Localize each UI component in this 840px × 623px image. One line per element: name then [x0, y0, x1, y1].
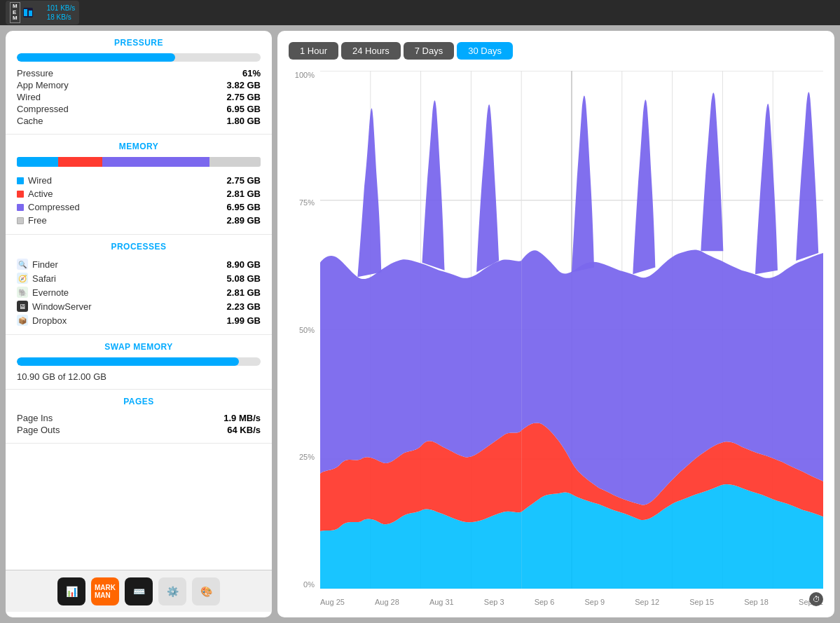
chart-content: Aug 25 Aug 28 Aug 31 Sep 3 Sep 6 Sep 9 S…: [320, 71, 823, 606]
process-evernote-name: 🐘 Evernote: [17, 287, 69, 298]
pages-section: PAGES Page Ins 1.9 MB/s Page Outs 64 KB/…: [6, 390, 272, 444]
legend-active: Active 2.81 GB: [17, 187, 261, 200]
pressure-label-1: App Memory: [17, 80, 69, 90]
active-dot: [17, 191, 24, 198]
windowserver-value: 2.23 GB: [227, 301, 261, 312]
mem-bars-icon: [23, 8, 44, 18]
legend-active-label: Active: [17, 189, 53, 199]
pressure-value-0: 61%: [242, 68, 261, 78]
legend-compressed-label: Compressed: [17, 202, 80, 212]
safari-icon: 🧭: [17, 273, 28, 284]
y-label-100: 100%: [295, 71, 315, 79]
time-buttons: 1 Hour 24 Hours 7 Days 30 Days: [289, 42, 823, 60]
swap-section: SWAP MEMORY 10.90 GB of 12.00 GB: [6, 335, 272, 390]
pressure-row-2: Wired 2.75 GB: [17, 91, 261, 103]
pressure-title: PRESSURE: [17, 38, 261, 48]
pressure-value-3: 6.95 GB: [227, 104, 261, 114]
pressure-value-1: 3.82 GB: [227, 80, 261, 90]
y-label-75: 75%: [299, 198, 315, 207]
dock-icon-activity[interactable]: 📊: [57, 577, 85, 605]
compressed-value: 6.95 GB: [227, 202, 261, 212]
memory-section: MEMORY Wired 2.75 GB Active 2.81 GB: [6, 135, 272, 235]
dropbox-icon: 📦: [17, 315, 28, 326]
free-dot: [17, 217, 24, 224]
legend-wired: Wired 2.75 GB: [17, 174, 261, 187]
y-label-25: 25%: [299, 453, 315, 461]
dock: 📊 MARKMAN ⌨️ ⚙️ 🎨: [6, 570, 272, 612]
dropbox-value: 1.99 GB: [227, 315, 261, 326]
y-label-0: 0%: [303, 580, 315, 589]
dock-icon-markerman[interactable]: MARKMAN: [91, 577, 119, 605]
pressure-bar-fill: [17, 53, 175, 62]
pressure-bar-container: [17, 53, 261, 62]
pressure-row-3: Compressed 6.95 GB: [17, 103, 261, 115]
pressure-label-0: Pressure: [17, 68, 53, 78]
main-content: PRESSURE Pressure 61% App Memory 3.82 GB…: [0, 25, 840, 623]
btn-24hours[interactable]: 24 Hours: [341, 42, 401, 60]
legend-wired-label: Wired: [17, 175, 52, 186]
process-windowserver-name: 🖥 WindowServer: [17, 301, 92, 312]
finder-value: 8.90 GB: [227, 259, 261, 270]
process-finder: 🔍 Finder 8.90 GB: [17, 257, 261, 271]
chart-area: 100% 75% 50% 25% 0%: [289, 71, 823, 606]
x-label-0: Aug 25: [320, 598, 345, 606]
wired-value: 2.75 GB: [227, 175, 261, 186]
pressure-value-2: 2.75 GB: [227, 92, 261, 102]
btn-1hour[interactable]: 1 Hour: [289, 42, 338, 60]
btn-30days[interactable]: 30 Days: [457, 42, 513, 60]
compressed-dot: [17, 204, 24, 211]
x-label-3: Sep 3: [484, 598, 504, 606]
legend-compressed: Compressed 6.95 GB: [17, 200, 261, 214]
mem-compressed-bar: [102, 157, 209, 167]
processes-title: PROCESSES: [17, 242, 261, 252]
process-finder-name: 🔍 Finder: [17, 259, 58, 270]
active-value: 2.81 GB: [227, 189, 261, 199]
dock-icon-sysinfo[interactable]: ⚙️: [158, 577, 186, 605]
y-axis: 100% 75% 50% 25% 0%: [289, 71, 320, 606]
dock-icon-terminal[interactable]: ⌨️: [125, 577, 153, 605]
process-dropbox-name: 📦 Dropbox: [17, 315, 67, 326]
mem-active-bar: [58, 157, 102, 167]
svg-rect-2: [29, 11, 32, 16]
y-label-50: 50%: [299, 326, 315, 334]
mem-icon: MEM: [10, 2, 20, 23]
svg-rect-1: [24, 9, 27, 16]
pages-row-1: Page Outs 64 KB/s: [17, 424, 261, 436]
pressure-value-4: 1.80 GB: [227, 116, 261, 126]
chart-svg-area: [320, 71, 823, 589]
mem-free-bar: [209, 157, 261, 167]
x-labels: Aug 25 Aug 28 Aug 31 Sep 3 Sep 6 Sep 9 S…: [320, 598, 823, 606]
pressure-label-2: Wired: [17, 92, 41, 102]
process-dropbox: 📦 Dropbox 1.99 GB: [17, 313, 261, 327]
dock-icon-disk[interactable]: 🎨: [192, 577, 220, 605]
swap-bar-container: [17, 357, 261, 366]
processes-section: PROCESSES 🔍 Finder 8.90 GB 🧭 Safari 5.08…: [6, 235, 272, 335]
pressure-row-0: Pressure 61%: [17, 67, 261, 79]
swap-title: SWAP MEMORY: [17, 342, 261, 352]
evernote-icon: 🐘: [17, 287, 28, 298]
pressure-row-1: App Memory 3.82 GB: [17, 79, 261, 91]
mem-widget[interactable]: MEM 101 KB/s 18 KB/s: [6, 1, 79, 25]
btn-7days[interactable]: 7 Days: [404, 42, 454, 60]
memory-title: MEMORY: [17, 142, 261, 151]
menu-bar: MEM 101 KB/s 18 KB/s: [0, 0, 840, 25]
pageouts-value: 64 KB/s: [227, 425, 261, 435]
mem-stats: 101 KB/s 18 KB/s: [47, 4, 76, 22]
x-axis: Aug 25 Aug 28 Aug 31 Sep 3 Sep 6 Sep 9 S…: [320, 589, 823, 606]
safari-value: 5.08 GB: [227, 273, 261, 284]
pages-title: PAGES: [17, 397, 261, 406]
x-label-5: Sep 9: [584, 598, 605, 606]
legend-free: Free 2.89 GB: [17, 214, 261, 227]
memory-bar: [17, 157, 261, 167]
legend-free-label: Free: [17, 215, 47, 226]
clock-icon: ⏱: [809, 592, 823, 606]
x-label-6: Sep 12: [635, 598, 659, 606]
x-label-7: Sep 15: [689, 598, 714, 606]
process-safari: 🧭 Safari 5.08 GB: [17, 271, 261, 285]
chart-svg: [320, 71, 823, 589]
pageins-label: Page Ins: [17, 413, 53, 423]
process-windowserver: 🖥 WindowServer 2.23 GB: [17, 299, 261, 313]
swap-bar-fill: [17, 357, 239, 366]
mem-wired-bar: [17, 157, 58, 167]
pressure-row-4: Cache 1.80 GB: [17, 115, 261, 127]
